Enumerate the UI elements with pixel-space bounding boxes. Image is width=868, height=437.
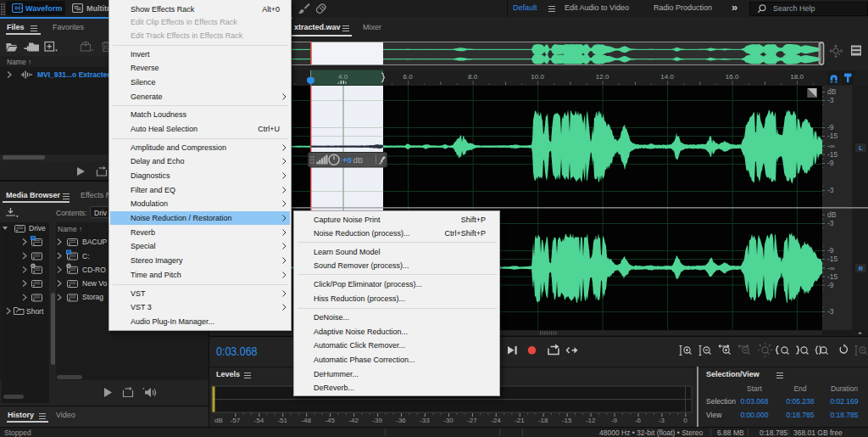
svg-text:0: 0 — [683, 417, 687, 424]
svg-text:16.0: 16.0 — [726, 73, 739, 81]
svg-text:-30: -30 — [443, 417, 453, 424]
svg-text:14.0: 14.0 — [660, 73, 674, 81]
svg-text:-9: -9 — [827, 123, 834, 132]
svg-text:-27: -27 — [467, 417, 477, 424]
svg-text:-51: -51 — [277, 417, 287, 424]
svg-text:-6: -6 — [635, 417, 642, 424]
svg-text:-3: -3 — [827, 186, 834, 194]
svg-text:-45: -45 — [325, 417, 335, 424]
svg-text:-3: -3 — [827, 96, 834, 104]
svg-text:-54: -54 — [254, 417, 264, 424]
svg-text:-42: -42 — [348, 417, 359, 424]
svg-text:-15: -15 — [562, 417, 572, 424]
svg-text:-15: -15 — [827, 150, 838, 159]
svg-text:Storag: Storag — [82, 293, 103, 301]
svg-text:-36: -36 — [396, 417, 406, 424]
svg-text:Short: Short — [26, 307, 44, 316]
svg-text:BACUP: BACUP — [82, 238, 108, 246]
svg-text:-∞: -∞ — [827, 142, 835, 150]
svg-text:-9: -9 — [827, 281, 834, 289]
svg-text:-39: -39 — [372, 417, 382, 424]
svg-text:-3: -3 — [827, 219, 834, 227]
svg-text:4.0: 4.0 — [338, 73, 348, 81]
svg-text:-15: -15 — [827, 255, 838, 263]
svg-text:10.0: 10.0 — [531, 73, 544, 81]
svg-text:dB: dB — [827, 210, 837, 219]
svg-text:Drive: Drive — [29, 224, 46, 233]
svg-text:CD-RO: CD-RO — [82, 266, 106, 274]
svg-text:12.0: 12.0 — [596, 73, 609, 81]
svg-text:-12: -12 — [586, 417, 596, 424]
svg-text:6.0: 6.0 — [403, 73, 414, 81]
svg-text:L: L — [859, 144, 863, 152]
svg-text:-21: -21 — [515, 417, 525, 424]
svg-text:New Vo: New Vo — [82, 279, 108, 288]
svg-text:8.0: 8.0 — [468, 73, 478, 81]
svg-text:-∞: -∞ — [827, 264, 835, 272]
svg-text:-9: -9 — [827, 159, 834, 167]
svg-text:-3: -3 — [659, 417, 665, 424]
svg-text:-9: -9 — [611, 417, 618, 424]
svg-text:18.0: 18.0 — [790, 73, 804, 81]
svg-text:-15: -15 — [827, 132, 838, 140]
svg-text:-18: -18 — [538, 417, 548, 424]
svg-text:-3: -3 — [827, 307, 834, 316]
svg-text:-57: -57 — [231, 417, 241, 424]
svg-text:-48: -48 — [301, 417, 311, 424]
svg-text:R: R — [859, 265, 864, 272]
svg-text:dB: dB — [353, 155, 364, 165]
svg-text:-15: -15 — [827, 272, 838, 281]
svg-text:+0: +0 — [342, 155, 352, 165]
svg-text:-33: -33 — [420, 417, 430, 424]
svg-text:dB: dB — [827, 87, 837, 96]
svg-text:-24: -24 — [491, 417, 501, 424]
svg-text:dB: dB — [214, 417, 223, 424]
svg-text:-9: -9 — [827, 246, 834, 255]
svg-text:C:: C: — [82, 252, 90, 261]
